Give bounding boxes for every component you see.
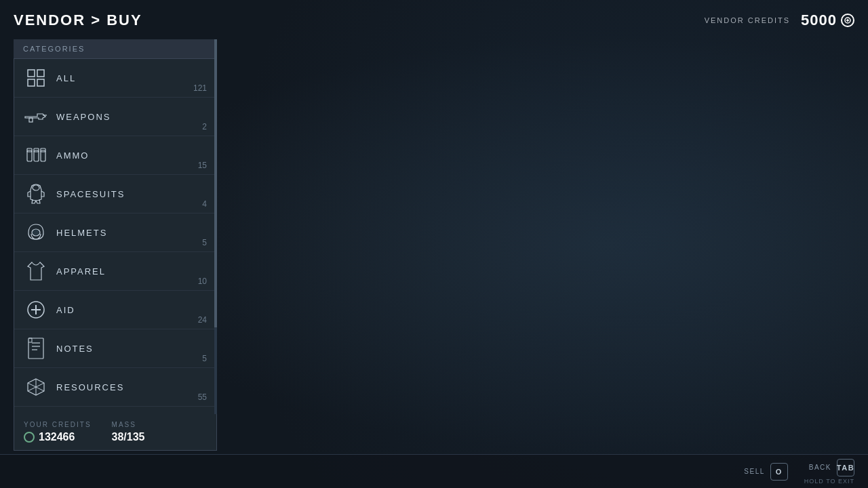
bottom-info-bar: YOUR CREDITS 132466 MASS 38/135 — [14, 414, 217, 451]
breadcrumb: VENDOR > BUY — [14, 12, 142, 29]
grid-icon — [24, 66, 48, 90]
category-name-all: ALL — [56, 73, 207, 83]
action-bar: SELL O BACK TAB HOLD TO EXIT — [0, 454, 868, 488]
resources-icon — [24, 375, 48, 399]
mass-info-block: MASS 38/135 — [112, 421, 145, 443]
credits-label: YOUR CREDITS — [24, 421, 92, 428]
category-count-notes: 5 — [202, 354, 207, 363]
ammo-icon — [24, 143, 48, 167]
credit-dot-icon — [24, 432, 35, 443]
categories-list: ALL 121 WEAPONS 2 — [14, 59, 217, 451]
category-name-spacesuits: SPACESUITS — [56, 189, 207, 199]
mass-value-row: 38/135 — [112, 431, 145, 443]
header: VENDOR > BUY VENDOR CREDITS 5000 — [0, 0, 868, 41]
credits-info-block: YOUR CREDITS 132466 — [24, 421, 92, 443]
aid-icon — [24, 298, 48, 322]
category-count-aid: 24 — [198, 315, 207, 325]
category-name-weapons: WEAPONS — [56, 112, 207, 122]
sidebar-item-notes[interactable]: NOTES 5 — [14, 329, 216, 368]
mass-label: MASS — [112, 421, 145, 428]
svg-rect-6 — [37, 79, 44, 86]
category-name-aid: AID — [56, 305, 207, 315]
apparel-icon — [24, 259, 48, 283]
sidebar-item-ammo[interactable]: AMMO 15 — [14, 136, 216, 175]
sidebar-item-helmets[interactable]: HELMETS 5 — [14, 214, 216, 252]
svg-rect-5 — [28, 79, 35, 86]
sell-key[interactable]: O — [770, 463, 788, 481]
spacesuit-icon — [24, 182, 48, 206]
svg-point-16 — [32, 229, 40, 236]
scroll-indicator[interactable] — [214, 59, 217, 451]
sell-action[interactable]: SELL O — [744, 463, 787, 481]
sidebar-item-apparel[interactable]: APPAREL 10 — [14, 252, 216, 291]
sidebar-item-spacesuits[interactable]: SPACESUITS 4 — [14, 175, 216, 214]
svg-rect-7 — [29, 118, 33, 122]
svg-rect-3 — [28, 70, 35, 77]
categories-header: CATEGORIES — [14, 39, 217, 59]
category-count-all: 121 — [193, 83, 207, 93]
notes-icon — [24, 336, 48, 361]
category-count-weapons: 2 — [202, 122, 207, 131]
back-action[interactable]: BACK TAB HOLD TO EXIT — [804, 459, 854, 485]
sidebar: CATEGORIES ALL 121 — [14, 39, 217, 451]
mass-amount: 38/135 — [112, 431, 145, 443]
sidebar-item-weapons[interactable]: WEAPONS 2 — [14, 98, 216, 136]
category-name-resources: RESOURCES — [56, 382, 207, 392]
back-key[interactable]: TAB — [837, 459, 854, 476]
back-subtext: HOLD TO EXIT — [804, 478, 854, 485]
helmet-icon — [24, 220, 48, 245]
category-count-spacesuits: 4 — [202, 199, 207, 209]
scroll-thumb — [214, 59, 217, 327]
vendor-credits-label: VENDOR CREDITS — [705, 16, 790, 24]
sidebar-item-resources[interactable]: RESOURCES 55 — [14, 368, 216, 407]
sidebar-item-all[interactable]: ALL 121 — [14, 59, 216, 98]
vendor-credits-amount: 5000 — [801, 12, 837, 29]
sidebar-item-aid[interactable]: AID 24 — [14, 291, 216, 329]
vendor-credits-area: VENDOR CREDITS 5000 — [705, 12, 854, 29]
category-name-helmets: HELMETS — [56, 228, 207, 238]
category-count-ammo: 15 — [198, 161, 207, 170]
svg-rect-20 — [28, 338, 43, 359]
gun-icon — [24, 104, 48, 129]
svg-point-15 — [33, 185, 39, 190]
category-count-resources: 55 — [198, 392, 207, 402]
credits-amount: 132466 — [39, 431, 75, 443]
credits-icon — [841, 14, 854, 27]
category-name-notes: NOTES — [56, 344, 207, 354]
category-name-apparel: APPAREL — [56, 266, 207, 277]
svg-rect-4 — [37, 70, 44, 77]
credits-value-row: 132466 — [24, 431, 92, 443]
sell-label: SELL — [744, 468, 764, 475]
category-name-ammo: AMMO — [56, 150, 207, 161]
vendor-credits-value: 5000 — [801, 12, 854, 29]
back-label: BACK — [809, 464, 831, 471]
category-count-apparel: 10 — [198, 277, 207, 286]
category-count-helmets: 5 — [202, 238, 207, 247]
